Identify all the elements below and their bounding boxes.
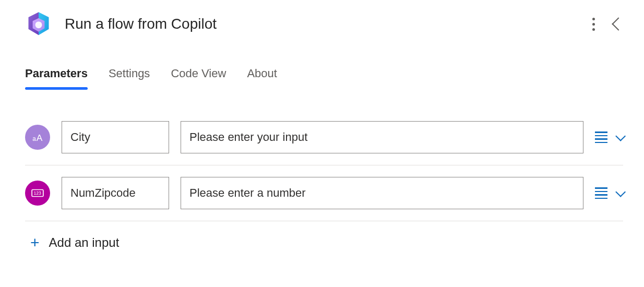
tab-parameters[interactable]: Parameters bbox=[25, 67, 88, 89]
add-input-label: Add an input bbox=[49, 235, 120, 250]
tab-settings[interactable]: Settings bbox=[109, 67, 150, 89]
svg-point-0 bbox=[35, 21, 42, 28]
parameter-value-input[interactable] bbox=[181, 121, 583, 153]
tab-about[interactable]: About bbox=[247, 67, 277, 89]
tabs: Parameters Settings Code View About bbox=[25, 67, 623, 89]
plus-icon: + bbox=[30, 235, 40, 250]
parameter-name-input[interactable] bbox=[62, 177, 169, 209]
tab-code-view[interactable]: Code View bbox=[171, 67, 226, 89]
more-options-icon[interactable] bbox=[590, 16, 597, 33]
parameter-name-input[interactable] bbox=[62, 121, 169, 153]
text-type-icon: a A bbox=[25, 125, 50, 150]
parameter-value-input[interactable] bbox=[181, 177, 583, 209]
add-input-button[interactable]: + Add an input bbox=[25, 221, 623, 264]
panel-header: Run a flow from Copilot bbox=[25, 10, 623, 38]
number-type-icon: 123 bbox=[25, 181, 50, 206]
parameter-row: a A bbox=[25, 110, 623, 165]
svg-text:a: a bbox=[32, 135, 36, 142]
expand-row-icon[interactable] bbox=[615, 131, 626, 141]
copilot-logo-icon bbox=[25, 10, 52, 38]
svg-text:A: A bbox=[37, 133, 43, 143]
format-options-icon[interactable] bbox=[595, 187, 607, 199]
collapse-panel-icon[interactable] bbox=[612, 17, 625, 30]
parameter-row: 123 bbox=[25, 165, 623, 221]
expand-row-icon[interactable] bbox=[615, 187, 626, 197]
svg-text:123: 123 bbox=[33, 190, 41, 196]
format-options-icon[interactable] bbox=[595, 131, 607, 143]
panel-title: Run a flow from Copilot bbox=[65, 16, 578, 32]
